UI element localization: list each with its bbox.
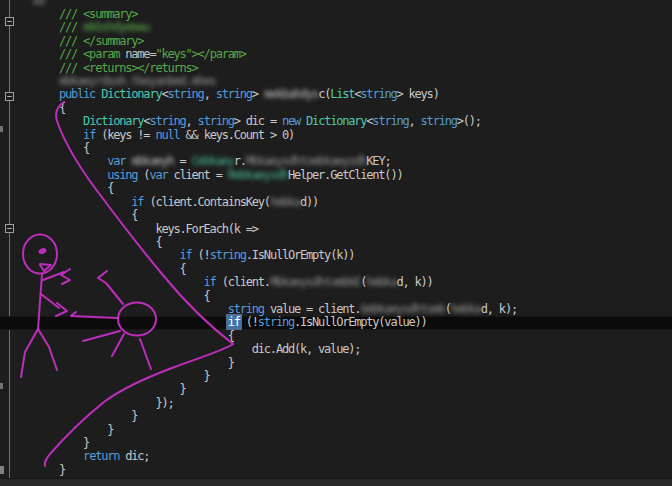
code-line[interactable]: Dictionary<string, string> dic = new Dic… — [59, 115, 517, 128]
code-token: string — [372, 114, 408, 128]
code-line[interactable]: } — [59, 424, 517, 437]
code-line[interactable]: if (!string.IsNullOrEmpty(k)) — [59, 249, 517, 262]
code-token: .IsNullOrEmpty(k)) — [246, 248, 354, 262]
code-area[interactable]: /// <summary>/// mkbshdyemau/// </summar… — [59, 8, 517, 477]
annotation-stroke-figure-eye — [39, 249, 46, 254]
code-line[interactable]: if (keys != null && keys.Count > 0) — [59, 129, 517, 142]
code-token: /// — [59, 20, 83, 34]
code-line[interactable]: } — [59, 410, 517, 423]
code-token: string — [360, 87, 396, 101]
code-token: } — [59, 463, 65, 477]
code-token: } — [59, 356, 234, 370]
code-token: string — [421, 114, 457, 128]
code-token: keys.ForEach(k => — [59, 222, 258, 236]
code-token: Helper.GetClient()) — [288, 168, 402, 182]
code-token: dic.Add(k, value); — [59, 342, 360, 356]
code-line[interactable]: } — [59, 383, 517, 396]
clipped-line-fragment — [33, 0, 45, 5]
fold-collapse-icon[interactable]: − — [5, 17, 14, 26]
code-token: }); — [59, 396, 173, 410]
code-line[interactable]: if (client.MbkaeysdhtombkE(hmbkad, k)) — [59, 276, 517, 289]
code-token: } — [59, 409, 137, 423]
code-token: if — [180, 248, 192, 262]
code-token: dic; — [119, 449, 149, 463]
code-token: if — [204, 275, 216, 289]
redacted-text: hmbka — [270, 195, 300, 209]
annotation-stroke-figure-head — [23, 235, 57, 274]
code-token — [59, 248, 180, 262]
margin-mark — [0, 466, 4, 474]
code-line[interactable]: /// <param name="keys"></param> — [59, 48, 517, 61]
margin-mark — [0, 126, 3, 132]
code-token: new — [282, 114, 300, 128]
annotation-stroke-figure-mouth — [40, 264, 51, 271]
code-token: } — [59, 382, 186, 396]
code-line[interactable]: if (client.ContainsKey(hmbkad)) — [59, 196, 517, 209]
code-token: > — [252, 87, 264, 101]
redacted-text: MbkaeysdhtombkE — [270, 275, 360, 289]
code-token: if — [131, 195, 143, 209]
code-line[interactable]: { — [59, 209, 517, 222]
code-token: string — [167, 87, 203, 101]
code-line[interactable]: }); — [59, 397, 517, 410]
redacted-text: Mbkaeysdhtombkaeysdh — [246, 154, 367, 168]
code-token — [59, 114, 83, 128]
code-line[interactable]: using (var client = RmbkaeysdhHelper.Get… — [59, 169, 517, 182]
redacted-text: Rmbkaeysdh — [228, 168, 288, 182]
code-token: c( — [318, 87, 330, 101]
code-token: = — [174, 154, 192, 168]
code-token: (! — [240, 315, 258, 329]
code-token: null — [155, 128, 179, 142]
code-token: { — [59, 208, 137, 222]
code-token — [59, 168, 107, 182]
code-token: string — [149, 114, 185, 128]
code-line[interactable]: { — [59, 182, 517, 195]
fold-collapse-icon[interactable]: − — [5, 92, 14, 101]
code-line[interactable]: } — [59, 370, 517, 383]
code-line[interactable]: if (!string.IsNullOrEmpty(value)) — [59, 316, 517, 329]
redacted-text: mkbshdyemau — [83, 20, 149, 34]
code-token: Dictionary — [83, 114, 143, 128]
code-token: KEY; — [366, 154, 390, 168]
code-token: { — [59, 181, 113, 195]
code-token: if — [83, 128, 95, 142]
code-line[interactable]: /// mkbshdyemau — [59, 21, 517, 34]
code-token: > keys) — [397, 87, 439, 101]
code-token: d)) — [300, 195, 318, 209]
code-token — [59, 128, 83, 142]
code-line[interactable]: } — [59, 437, 517, 450]
code-line[interactable]: return dic; — [59, 450, 517, 463]
fold-collapse-icon[interactable]: − — [5, 224, 14, 233]
annotation-stroke-figure-arm-lower — [41, 294, 59, 308]
code-line[interactable]: { — [59, 290, 517, 303]
code-token: > dic = — [234, 114, 282, 128]
code-token — [59, 302, 228, 316]
code-token: { — [59, 235, 161, 249]
code-line[interactable]: { — [59, 330, 517, 343]
code-token: using — [107, 168, 137, 182]
annotation-stroke-figure-leg-left — [21, 329, 38, 377]
code-token: (client.ContainsKey( — [143, 195, 270, 209]
code-token: { — [59, 289, 210, 303]
code-token: string — [228, 302, 264, 316]
code-line[interactable]: dic.Add(k, value); — [59, 343, 517, 356]
code-line[interactable]: var mbkaeyh = Cmbkaeyr.Mbkaeysdhtombkaey… — [59, 155, 517, 168]
code-token: "keys" — [155, 47, 191, 61]
code-token: (keys != — [95, 128, 155, 142]
code-token: >(); — [457, 114, 481, 128]
code-token: && keys.Count > 0) — [180, 128, 294, 142]
code-token — [59, 275, 204, 289]
code-line[interactable]: { — [59, 236, 517, 249]
code-line[interactable]: } — [59, 357, 517, 370]
code-line[interactable]: public Dictionary<string, string> mekbah… — [59, 88, 517, 101]
code-token: } — [59, 436, 89, 450]
code-line[interactable]: { — [59, 102, 517, 115]
code-token: { — [59, 262, 186, 276]
code-line[interactable]: } — [59, 464, 517, 477]
code-token: r. — [234, 154, 246, 168]
outline-margin — [9, 0, 10, 486]
code-token: List — [330, 87, 354, 101]
code-line[interactable]: keys.ForEach(k => — [59, 223, 517, 236]
code-line[interactable]: /// </summary> — [59, 35, 517, 48]
code-token: string — [216, 87, 252, 101]
